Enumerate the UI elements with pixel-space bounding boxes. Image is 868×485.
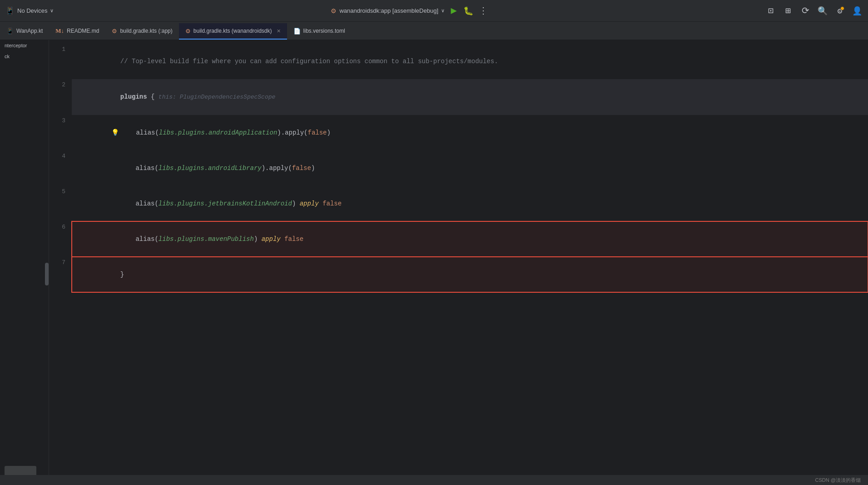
- tab-readme[interactable]: M↓ README.md: [49, 23, 105, 40]
- line2-brace: {: [147, 93, 159, 100]
- line3-lib: libs.plugins.androidApplication: [159, 129, 277, 136]
- line6-alias: alias(: [120, 235, 159, 243]
- run-button[interactable]: ▶: [448, 5, 459, 16]
- bulb-icon: 💡: [111, 127, 119, 139]
- tab-libs-icon: 📄: [293, 28, 301, 35]
- tab-build-sdk-icon: ⚙: [185, 28, 191, 35]
- line-number-3: 3: [49, 115, 72, 150]
- chevron-down-icon: ∨: [50, 8, 54, 14]
- line3-close: ): [327, 129, 331, 136]
- line7-brace: }: [120, 271, 124, 278]
- line6-space: [281, 235, 284, 243]
- line-number-6: 6: [49, 221, 72, 257]
- tab-wanapp-icon: 📱: [6, 28, 14, 35]
- commit-icon[interactable]: ⊞: [783, 5, 794, 16]
- run-configuration[interactable]: ⚙ wanandroidsdk:app [assembleDebug] ∨: [331, 7, 445, 15]
- no-devices-selector[interactable]: 📱 No Devices ∨: [5, 6, 54, 15]
- sidebar-scrollbar[interactable]: [45, 40, 49, 485]
- tab-libs[interactable]: 📄 libs.versions.toml: [287, 23, 352, 40]
- line3-alias: alias(: [121, 129, 159, 136]
- tab-build-app-icon: ⚙: [112, 28, 117, 35]
- line-number-7: 7: [49, 257, 72, 292]
- editor-content: 1 // Top-level build file where you can …: [49, 40, 868, 296]
- settings-icon[interactable]: ⚙: [834, 5, 845, 16]
- code-line-4: 4 alias(libs.plugins.androidLibrary).app…: [49, 150, 868, 186]
- line6-lib: libs.plugins.mavenPublish: [159, 235, 254, 243]
- code-line-5: 5 alias(libs.plugins.jetbrainsKotlinAndr…: [49, 186, 868, 221]
- sidebar-item-interceptor-label: nterceptor: [5, 43, 27, 48]
- line4-alias: alias(: [120, 165, 159, 172]
- device-icon: 📱: [5, 6, 15, 15]
- toolbar-actions: ⊡ ⊞ ⟳ 🔍 ⚙ 👤: [765, 5, 863, 16]
- line-number-4: 4: [49, 150, 72, 186]
- line5-lib: libs.plugins.jetbrainsKotlinAndroid: [159, 200, 292, 207]
- editor[interactable]: 1 // Top-level build file where you can …: [49, 40, 868, 485]
- more-options-button[interactable]: ⋮: [477, 5, 488, 16]
- tab-build-sdk-label: build.gradle.kts (wanandroidsdk): [193, 28, 272, 34]
- run-config-area: ⚙ wanandroidsdk:app [assembleDebug] ∨ ▶ …: [61, 5, 758, 16]
- line-content-3: 💡 alias(libs.plugins.androidApplication)…: [72, 115, 868, 150]
- tab-build-app-label: build.gradle.kts (:app): [120, 28, 172, 34]
- tab-close-button[interactable]: ✕: [277, 28, 281, 34]
- code-line-3: 3 💡 alias(libs.plugins.androidApplicatio…: [49, 115, 868, 150]
- line5-apply: apply: [300, 200, 319, 207]
- tab-wanapp[interactable]: 📱 WanApp.kt: [0, 23, 49, 40]
- line6-apply: apply: [262, 235, 281, 243]
- sidebar: nterceptor ck: [0, 40, 49, 485]
- line6-close: ): [254, 235, 262, 243]
- sidebar-scrollbar-thumb[interactable]: [45, 263, 49, 285]
- sync-icon[interactable]: ⟳: [800, 5, 811, 16]
- tab-readme-icon: M↓: [55, 27, 64, 35]
- no-devices-label: No Devices: [17, 7, 47, 14]
- line-content-6: alias(libs.plugins.mavenPublish) apply f…: [72, 221, 868, 257]
- toolbar: 📱 No Devices ∨ ⚙ wanandroidsdk:app [asse…: [0, 0, 868, 22]
- tab-wanapp-label: WanApp.kt: [16, 28, 43, 34]
- tab-libs-label: libs.versions.toml: [303, 28, 345, 34]
- statusbar-label: CSDN @淡淡的香烟: [815, 477, 861, 484]
- line-content-5: alias(libs.plugins.jetbrainsKotlinAndroi…: [72, 186, 868, 221]
- line5-alias: alias(: [120, 200, 159, 207]
- tab-build-app[interactable]: ⚙ build.gradle.kts (:app): [105, 23, 179, 40]
- run-config-label: wanandroidsdk:app [assembleDebug]: [339, 7, 438, 14]
- run-config-icon: ⚙: [331, 7, 337, 15]
- line5-false: false: [322, 200, 342, 207]
- line4-close: ): [311, 165, 315, 172]
- line-number-5: 5: [49, 186, 72, 221]
- line6-false: false: [284, 235, 303, 243]
- code-line-1: 1 // Top-level build file where you can …: [49, 44, 868, 79]
- debug-button[interactable]: 🐛: [463, 5, 474, 16]
- line5-space: [319, 200, 322, 207]
- code-line-6: 6 alias(libs.plugins.mavenPublish) apply…: [49, 221, 868, 257]
- line5-close: ): [292, 200, 300, 207]
- status-bar: CSDN @淡淡的香烟: [0, 475, 868, 485]
- tab-build-sdk[interactable]: ⚙ build.gradle.kts (wanandroidsdk) ✕: [179, 23, 287, 40]
- line1-comment: // Top-level build file where you can ad…: [120, 58, 498, 65]
- line3-false: false: [308, 129, 327, 136]
- code-area: 1 // Top-level build file where you can …: [49, 40, 868, 296]
- code-line-7: 7 }: [49, 257, 868, 292]
- sidebar-item-ck-label: ck: [5, 54, 10, 59]
- line3-apply: ).apply(: [277, 129, 308, 136]
- tab-bar: 📱 WanApp.kt M↓ README.md ⚙ build.gradle.…: [0, 22, 868, 40]
- line-content-1: // Top-level build file where you can ad…: [72, 44, 868, 79]
- search-icon[interactable]: 🔍: [817, 5, 828, 16]
- line-number-1: 1: [49, 44, 72, 79]
- line2-hint: this: PluginDependenciesSpecScope: [159, 94, 275, 100]
- sidebar-item-interceptor[interactable]: nterceptor: [0, 40, 49, 51]
- code-line-2: 2 plugins { this: PluginDependenciesSpec…: [49, 79, 868, 115]
- main-area: nterceptor ck 1 // Top-level build file …: [0, 40, 868, 485]
- tab-readme-label: README.md: [67, 28, 99, 34]
- line4-apply: ).apply(: [262, 165, 292, 172]
- vcs-icon[interactable]: ⊡: [765, 5, 776, 16]
- line4-false: false: [292, 165, 311, 172]
- line-number-2: 2: [49, 79, 72, 115]
- line4-lib: libs.plugins.androidLibrary: [159, 165, 262, 172]
- account-icon[interactable]: 👤: [852, 5, 863, 16]
- run-config-chevron-icon: ∨: [441, 8, 445, 14]
- sidebar-item-ck[interactable]: ck: [0, 51, 49, 62]
- line-content-4: alias(libs.plugins.androidLibrary).apply…: [72, 150, 868, 186]
- line-content-7: }: [72, 257, 868, 292]
- sidebar-bottom-button[interactable]: [5, 466, 36, 476]
- line-content-2: plugins { this: PluginDependenciesSpecSc…: [72, 79, 868, 115]
- line2-plugins: plugins: [120, 93, 147, 100]
